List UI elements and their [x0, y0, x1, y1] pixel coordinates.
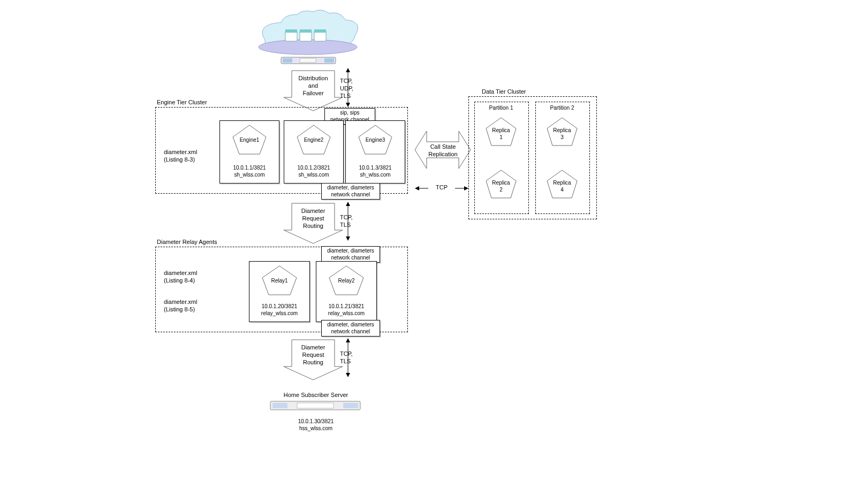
replica-2-label: Replica 2	[483, 180, 519, 193]
svg-marker-15	[415, 186, 419, 190]
relay1-name: Relay1	[249, 278, 309, 284]
engine1-name: Engine1	[220, 137, 279, 143]
svg-rect-24	[272, 403, 287, 408]
engine-diameter-channel: diameter, diameters network channel	[321, 183, 380, 200]
replica-1: Replica 1	[483, 116, 519, 150]
data-tier-title: Data Tier Cluster	[482, 88, 526, 95]
diameter-routing-label-1: Diameter Request Routing	[292, 208, 335, 230]
call-state-label: Call State Replication	[418, 143, 468, 158]
svg-rect-4	[300, 29, 312, 33]
svg-marker-12	[346, 68, 350, 72]
engine3-name: Engine3	[346, 137, 405, 143]
relay-bottom-channel: diameter, diameters network channel	[321, 320, 380, 337]
hss-rack-icon	[270, 401, 360, 410]
relay-top-channel: diameter, diameters network channel	[321, 246, 380, 263]
svg-marker-13	[346, 103, 350, 107]
cloud-icon	[259, 10, 358, 55]
relay-config1: diameter.xml (Listing 8-4)	[164, 270, 197, 285]
engine2-addr: 10.0.1.2/3821 sh_wlss.com	[284, 165, 343, 178]
replica-4-label: Replica 4	[544, 180, 580, 193]
partition-1-title: Partition 1	[474, 105, 528, 111]
relay-tier-title: Diameter Relay Agents	[157, 239, 217, 245]
proto2b-label: TCP, TLS	[340, 350, 353, 365]
partition-2-title: Partition 2	[535, 105, 589, 111]
hss-addr: 10.0.1.30/3821 hss_wlss.com	[270, 418, 361, 432]
svg-rect-9	[324, 58, 334, 63]
engine1-box: Engine1 10.0.1.1/3821 sh_wlss.com	[219, 120, 279, 184]
proto2a-label: TCP, TLS	[340, 214, 353, 229]
svg-rect-2	[285, 29, 297, 33]
engine2-box: Engine2 10.0.1.2/3821 sh_wlss.com	[284, 120, 344, 184]
svg-rect-6	[314, 29, 326, 33]
svg-rect-10	[300, 58, 316, 63]
relay2-name: Relay2	[316, 278, 376, 284]
replica-2: Replica 2	[483, 168, 519, 202]
distribution-label: Distribution and Failover	[292, 75, 335, 97]
svg-rect-25	[343, 403, 358, 408]
svg-rect-8	[283, 58, 292, 63]
replica-3-label: Replica 3	[544, 127, 580, 141]
relay1-box: Relay1 10.0.1.20/3821 relay_wlss.com	[249, 261, 310, 322]
tcp-label: TCP	[428, 184, 455, 190]
svg-marker-16	[464, 186, 468, 190]
engine-tier-title: Engine Tier Cluster	[157, 99, 207, 105]
svg-marker-19	[346, 236, 350, 241]
relay1-addr: 10.0.1.20/3821 relay_wlss.com	[249, 303, 309, 317]
engine3-addr: 10.0.1.3/3821 sh_wlss.com	[346, 165, 405, 178]
svg-point-0	[259, 40, 357, 55]
diagram-canvas: Distribution and Failover TCP, UDP, TLS …	[0, 0, 841, 504]
svg-marker-22	[346, 373, 350, 377]
engine1-addr: 10.0.1.1/3821 sh_wlss.com	[220, 165, 279, 178]
load-balancer-icon	[281, 57, 336, 64]
replica-3: Replica 3	[544, 116, 580, 150]
replica-1-label: Replica 1	[483, 127, 519, 141]
diameter-routing-label-2: Diameter Request Routing	[292, 344, 335, 366]
proto1-label: TCP, UDP, TLS	[340, 78, 353, 100]
svg-marker-21	[346, 338, 350, 342]
replica-4: Replica 4	[544, 168, 580, 202]
relay2-box: Relay2 10.0.1.21/3821 relay_wlss.com	[316, 261, 377, 322]
engine2-name: Engine2	[284, 137, 343, 143]
engine3-box: Engine3 10.0.1.3/3821 sh_wlss.com	[345, 120, 405, 184]
svg-marker-18	[346, 202, 350, 206]
engine-config: diameter.xml (Listing 8-3)	[164, 149, 197, 164]
relay2-addr: 10.0.1.21/3821 relay_wlss.com	[316, 303, 376, 317]
hss-title: Home Subscriber Server	[270, 392, 361, 398]
relay-config2: diameter.xml (Listing 8-5)	[164, 299, 197, 314]
svg-rect-26	[297, 403, 334, 408]
